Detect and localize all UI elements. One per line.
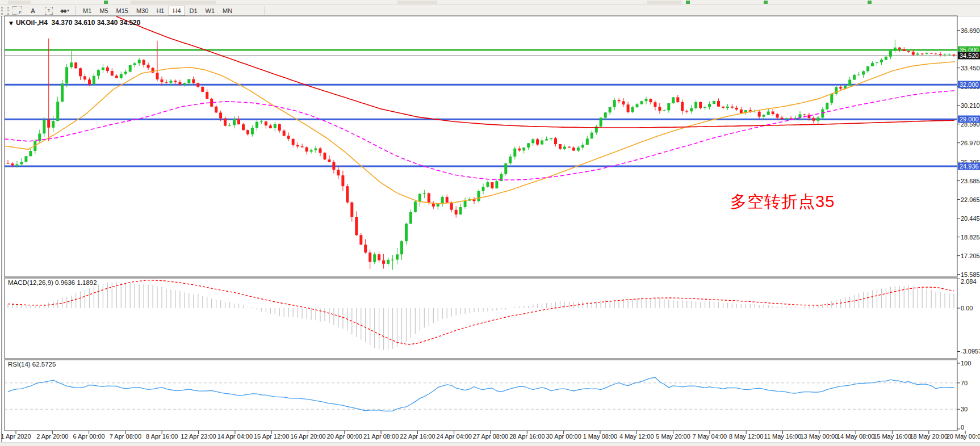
time-axis-label: 18 May 20:00 bbox=[910, 433, 948, 440]
time-axis-label: 12 Apr 23:00 bbox=[181, 433, 216, 440]
price-axis-label: 15.585 bbox=[961, 271, 980, 278]
time-axis-label: 16 Apr 20:00 bbox=[290, 433, 325, 440]
macd-axis-label: 0.00 bbox=[961, 305, 973, 312]
price-badge-29.000: 29.000 bbox=[958, 116, 980, 123]
macd-axis-label: -3.0957 bbox=[961, 348, 980, 355]
price-axis-label: 18.825 bbox=[961, 234, 980, 241]
time-axis-label: 8 May 12:00 bbox=[729, 433, 764, 440]
price-axis-label: 23.685 bbox=[961, 178, 980, 184]
time-axis-label: 11 May 16:00 bbox=[764, 433, 802, 440]
time-axis-label: 7 May 04:00 bbox=[693, 433, 727, 440]
time-axis-label: 5 May 20:00 bbox=[656, 433, 690, 440]
chart-text-annotation[interactable]: 多空转折点35 bbox=[730, 191, 835, 213]
main-chart-plot-area[interactable] bbox=[5, 16, 957, 277]
time-axis-label: 21 Apr 08:00 bbox=[363, 433, 399, 440]
rsi-plot-area[interactable] bbox=[5, 360, 957, 431]
price-axis-label: 20.445 bbox=[961, 215, 980, 222]
price-axis-label: 33.450 bbox=[961, 65, 980, 71]
price-axis-label: 22.065 bbox=[961, 196, 980, 203]
time-axis-label: 8 Apr 16:00 bbox=[146, 433, 178, 440]
chart-title: ▼UKOil-,H4 34.370 34.610 34.340 34.520 bbox=[9, 19, 140, 27]
time-axis-label: 27 Apr 08:00 bbox=[473, 433, 508, 440]
time-axis-label: 1 May 08:00 bbox=[583, 433, 618, 440]
price-badge-34.520: 34.520 bbox=[958, 52, 980, 59]
time-axis-label: 20 May 00:00 bbox=[947, 433, 980, 440]
price-axis-label: 30.210 bbox=[961, 102, 980, 109]
price-axis-label: 36.690 bbox=[961, 27, 980, 34]
rsi-axis-label: 100 bbox=[961, 360, 971, 367]
time-axis-label: 30 Apr 00:00 bbox=[546, 433, 581, 440]
price-axis-label: 17.205 bbox=[961, 253, 980, 259]
chart-canvas[interactable] bbox=[0, 0, 980, 446]
time-axis-label: 28 Apr 16:00 bbox=[509, 433, 545, 440]
macd-indicator-label: MACD(12,26,9) 0.9636 1.1892 bbox=[8, 279, 97, 286]
rsi-axis-label: 70 bbox=[961, 380, 968, 386]
macd-plot-area[interactable] bbox=[5, 278, 957, 359]
time-axis-label: 14 May 08:00 bbox=[837, 433, 875, 440]
time-axis-label: 15 May 16:00 bbox=[873, 433, 911, 440]
time-axis-label: 7 Apr 08:00 bbox=[110, 433, 141, 440]
macd-axis-label: 2.084 bbox=[961, 278, 977, 285]
price-badge-32.000: 32.000 bbox=[958, 81, 980, 89]
rsi-value: 62.5725 bbox=[32, 361, 56, 368]
price-badge-24.936: 24.936 bbox=[958, 163, 980, 170]
rsi-axis-label: 0 bbox=[961, 424, 964, 431]
time-axis-label: 14 Apr 04:00 bbox=[217, 433, 253, 440]
price-axis-label: 26.970 bbox=[961, 140, 980, 146]
time-axis-label: 6 Apr 00:00 bbox=[73, 433, 104, 440]
time-axis-label: 22 Apr 16:00 bbox=[400, 433, 435, 440]
rsi-axis-label: 30 bbox=[961, 406, 968, 413]
ohlc-values: 34.370 34.610 34.340 34.520 bbox=[52, 19, 141, 27]
time-axis-label: 20 Apr 00:00 bbox=[327, 433, 362, 440]
symbol-dropdown-icon[interactable]: ▼ bbox=[9, 20, 13, 26]
time-axis-label: 2 Apr 20:00 bbox=[36, 433, 68, 440]
time-axis-label: 13 May 00:00 bbox=[800, 433, 838, 440]
time-axis-label: 1 Apr 2020 bbox=[1, 433, 31, 440]
rsi-indicator-label: RSI(14) 62.5725 bbox=[8, 361, 56, 368]
time-axis-label: 15 Apr 12:00 bbox=[254, 433, 289, 440]
time-axis-label: 24 Apr 04:00 bbox=[437, 433, 472, 440]
macd-values: 0.9636 1.1892 bbox=[55, 279, 97, 286]
symbol-period-label: UKOil-,H4 bbox=[16, 19, 48, 27]
time-axis-label: 4 May 12:00 bbox=[619, 433, 654, 440]
